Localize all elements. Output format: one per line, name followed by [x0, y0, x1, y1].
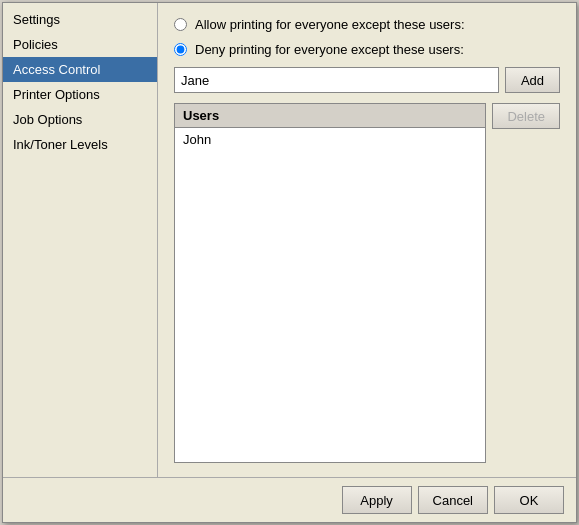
user-input[interactable] [174, 67, 499, 93]
users-with-delete: Users John Delete [174, 103, 560, 463]
users-list: John [175, 128, 485, 462]
sidebar-item-label: Ink/Toner Levels [13, 137, 108, 152]
cancel-button[interactable]: Cancel [418, 486, 488, 514]
sidebar-item-label: Printer Options [13, 87, 100, 102]
delete-col: Delete [492, 103, 560, 463]
sidebar-item-label: Job Options [13, 112, 82, 127]
sidebar-item-label: Access Control [13, 62, 100, 77]
deny-radio-label: Deny printing for everyone except these … [195, 42, 464, 57]
sidebar-item-printer-options[interactable]: Printer Options [3, 82, 157, 107]
main-content: Allow printing for everyone except these… [158, 3, 576, 477]
dialog-body: Settings Policies Access Control Printer… [3, 3, 576, 478]
sidebar-item-label: Settings [13, 12, 60, 27]
sidebar-item-settings[interactable]: Settings [3, 7, 157, 32]
sidebar-item-access-control[interactable]: Access Control [3, 57, 157, 82]
allow-radio-option[interactable]: Allow printing for everyone except these… [174, 17, 560, 32]
add-button[interactable]: Add [505, 67, 560, 93]
allow-radio-label: Allow printing for everyone except these… [195, 17, 465, 32]
sidebar-item-policies[interactable]: Policies [3, 32, 157, 57]
sidebar: Settings Policies Access Control Printer… [3, 3, 158, 477]
users-column-header: Users [175, 104, 485, 128]
list-item[interactable]: John [175, 128, 485, 151]
apply-button[interactable]: Apply [342, 486, 412, 514]
user-input-row: Add [174, 67, 560, 93]
allow-radio[interactable] [174, 18, 187, 31]
sidebar-item-job-options[interactable]: Job Options [3, 107, 157, 132]
delete-button[interactable]: Delete [492, 103, 560, 129]
sidebar-item-label: Policies [13, 37, 58, 52]
deny-radio[interactable] [174, 43, 187, 56]
user-name: John [183, 132, 211, 147]
deny-radio-option[interactable]: Deny printing for everyone except these … [174, 42, 560, 57]
sidebar-item-ink-toner-levels[interactable]: Ink/Toner Levels [3, 132, 157, 157]
bottom-bar: Apply Cancel OK [3, 478, 576, 522]
users-table: Users John [174, 103, 486, 463]
ok-button[interactable]: OK [494, 486, 564, 514]
dialog: Settings Policies Access Control Printer… [2, 2, 577, 523]
